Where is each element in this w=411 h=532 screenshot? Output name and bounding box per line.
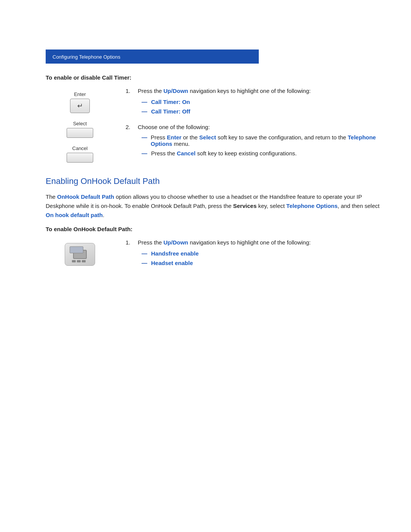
- onhook-step-1-content: Press the Up/Down navigation keys to hig…: [138, 239, 381, 269]
- sub-bullet-dash-1: —: [142, 134, 147, 141]
- onhook-phone-left: [46, 239, 114, 275]
- call-timer-instruction-block: Enter ↵ Select Cancel: [46, 88, 381, 166]
- bullet-dash-1: —: [142, 99, 147, 105]
- sub-bullet-cancel-text: Press the Cancel soft key to keep existi…: [151, 150, 297, 157]
- key-images-left: Enter ↵ Select Cancel: [46, 88, 114, 166]
- step-2-sub-bullets: — Press Enter or the Select soft key to …: [138, 134, 381, 157]
- bullet-call-timer-off-text: Call Timer: Off: [151, 108, 190, 115]
- phone-btn-1: [72, 260, 76, 262]
- steps-list: 1. Press the Up/Down navigation keys to …: [126, 88, 381, 160]
- enter-key-graphic: ↵: [70, 99, 90, 113]
- step-2-text: Choose one of the following:: [138, 124, 210, 130]
- select-key-label: Select: [73, 121, 87, 126]
- sub-bullet-dash-2: —: [142, 150, 147, 157]
- cancel-key-item: Cancel: [67, 145, 93, 163]
- onhook-step-1-number: 1.: [126, 239, 134, 269]
- select-key-graphic: [67, 128, 93, 138]
- onhook-step-1-text: Press the Up/Down navigation keys to hig…: [138, 239, 311, 246]
- bullet-handsfree-enable: — Handsfree enable: [142, 250, 381, 257]
- phone-btn-3: [82, 260, 86, 262]
- phone-graphic: [65, 243, 95, 266]
- onhook-steps-list: 1. Press the Up/Down navigation keys to …: [126, 239, 381, 269]
- header-banner: Configuring Telephone Options: [46, 50, 259, 64]
- step-1-number: 1.: [126, 88, 134, 118]
- page-container: Configuring Telephone Options To enable …: [0, 50, 411, 532]
- step-1-text: Press the Up/Down navigation keys to hig…: [138, 88, 311, 94]
- onhook-sub-heading: To enable OnHook Default Path:: [46, 226, 381, 232]
- step-2-number: 2.: [126, 124, 134, 160]
- step-2-content: Choose one of the following: — Press Ent…: [138, 124, 381, 160]
- onhook-step-1: 1. Press the Up/Down navigation keys to …: [126, 239, 381, 269]
- enter-key-item: Enter ↵: [70, 91, 90, 113]
- phone-buttons: [72, 260, 86, 262]
- onhook-steps: 1. Press the Up/Down navigation keys to …: [126, 239, 381, 275]
- headset-enable-text: Headset enable: [151, 260, 193, 266]
- handsfree-enable-text: Handsfree enable: [151, 250, 199, 257]
- enter-key-label: Enter: [74, 91, 86, 97]
- bullet-call-timer-on-text: Call Timer: On: [151, 99, 190, 105]
- step-1: 1. Press the Up/Down navigation keys to …: [126, 88, 381, 118]
- bullet-dash-2: —: [142, 108, 147, 115]
- select-key-item: Select: [67, 121, 93, 138]
- sub-bullet-enter-select: — Press Enter or the Select soft key to …: [142, 134, 381, 147]
- sub-bullet-enter-select-text: Press Enter or the Select soft key to sa…: [151, 134, 381, 147]
- handsfree-dash: —: [142, 250, 147, 257]
- bullet-call-timer-on: — Call Timer: On: [142, 99, 381, 105]
- headset-dash: —: [142, 260, 147, 266]
- call-timer-steps: 1. Press the Up/Down navigation keys to …: [126, 88, 381, 166]
- sub-bullet-cancel: — Press the Cancel soft key to keep exis…: [142, 150, 381, 157]
- main-content: To enable or disable Call Timer: Enter ↵…: [46, 74, 381, 275]
- bullet-headset-enable: — Headset enable: [142, 260, 381, 266]
- phone-btn-2: [77, 260, 81, 262]
- step-2: 2. Choose one of the following: — Press …: [126, 124, 381, 160]
- onhook-section: Enabling OnHook Default Path The OnHook …: [46, 176, 381, 275]
- call-timer-heading: To enable or disable Call Timer:: [46, 74, 381, 81]
- header-banner-text: Configuring Telephone Options: [53, 54, 120, 60]
- cancel-key-label: Cancel: [72, 145, 88, 151]
- onhook-step-1-bullets: — Handsfree enable — Headset enable: [138, 250, 381, 266]
- step-1-bullets: — Call Timer: On — Call Timer: Off: [138, 99, 381, 115]
- onhook-instruction-block: 1. Press the Up/Down navigation keys to …: [46, 239, 381, 275]
- onhook-paragraph: The OnHook Default Path option allows yo…: [46, 192, 381, 220]
- onhook-section-title: Enabling OnHook Default Path: [46, 176, 381, 186]
- phone-screen: [70, 246, 83, 253]
- bullet-call-timer-off: — Call Timer: Off: [142, 108, 381, 115]
- cancel-key-graphic: [67, 153, 93, 163]
- step-1-content: Press the Up/Down navigation keys to hig…: [138, 88, 381, 118]
